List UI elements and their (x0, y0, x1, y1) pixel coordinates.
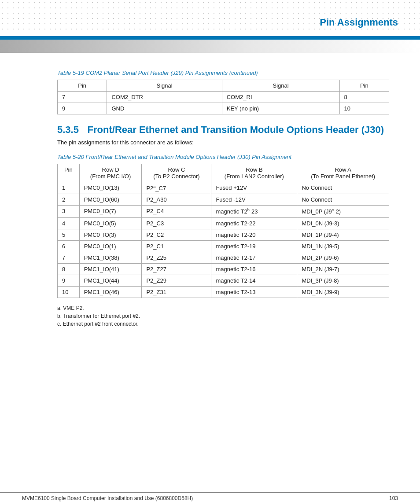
table-row: 1PMC0_IO(13)P2a_C7Fused +12VNo Connect (58, 182, 389, 194)
table-row: 2PMC0_IO(60)P2_A30Fused -12VNo Connect (58, 194, 389, 206)
table20-header-cell: Row A(To Front Panel Ethernet) (297, 164, 389, 182)
table-cell: P2_C2 (142, 229, 211, 240)
table-cell: COM2_RI (222, 92, 339, 103)
table20: PinRow D(From PMC I/O)Row C(To P2 Connec… (57, 164, 389, 298)
page-title: Pin Assignments (320, 17, 398, 28)
table-cell: Fused -12V (211, 194, 297, 206)
table-cell: 5 (58, 229, 80, 240)
page-header: Pin Assignments (0, 0, 420, 40)
table-cell: 7 (58, 252, 80, 263)
section535-body: The pin assignments for this connector a… (57, 139, 389, 146)
table19-caption: Table 5-19 COM2 Planar Serial Port Heade… (57, 70, 389, 76)
table-cell: magnetic T2-19 (211, 240, 297, 252)
table-cell: 3 (58, 206, 80, 217)
table19-header-signal2: Signal (222, 80, 339, 92)
table-cell: MDI_2N (J9-7) (297, 263, 389, 275)
footnote-item: c. Ethernet port #2 front connector. (57, 321, 389, 327)
table-cell: magnetic T2-13 (211, 286, 297, 298)
table-cell: 2 (58, 194, 80, 206)
table-row: 9GNDKEY (no pin)10 (58, 103, 389, 114)
table-row: 3PMC0_IO(7)P2_C4magnetic T2b-23MDI_0P (J… (58, 206, 389, 217)
page-footer: MVME6100 Single Board Computer Installat… (0, 492, 420, 504)
table-cell: PMC1_IO(44) (79, 275, 142, 286)
table-row: 6PMC0_IO(1)P2_C1magnetic T2-19MDI_1N (J9… (58, 240, 389, 252)
table-cell: P2_Z29 (142, 275, 211, 286)
table-cell: MDI_1N (J9-5) (297, 240, 389, 252)
table-cell: PMC1_IO(38) (79, 252, 142, 263)
table-cell: P2_A30 (142, 194, 211, 206)
table-cell: MDI_1P (J9-4) (297, 229, 389, 240)
table-cell: MDI_0N (J9-3) (297, 217, 389, 229)
table-cell: 4 (58, 217, 80, 229)
table-cell: No Connect (297, 194, 389, 206)
table-cell: magnetic T2b-23 (211, 206, 297, 217)
table-cell: No Connect (297, 182, 389, 194)
table-cell: magnetic T2-20 (211, 229, 297, 240)
section535-number: 5.3.5 (57, 124, 79, 135)
table-row: 7COM2_DTRCOM2_RI8 (58, 92, 389, 103)
table-cell: PMC0_IO(7) (79, 206, 142, 217)
table-cell: Fused +12V (211, 182, 297, 194)
table-row: 9PMC1_IO(44)P2_Z29magnetic T2-14MDI_3P (… (58, 275, 389, 286)
table-cell: P2_Z25 (142, 252, 211, 263)
table-cell: 9 (58, 103, 107, 114)
main-content: Table 5-19 COM2 Planar Serial Port Heade… (0, 57, 420, 338)
footnote-item: a. VME P2. (57, 305, 389, 311)
table-cell: P2_C3 (142, 217, 211, 229)
table-cell: PMC0_IO(3) (79, 229, 142, 240)
table-cell: 10 (58, 286, 80, 298)
table-cell: 8 (58, 263, 80, 275)
table-cell: P2_Z31 (142, 286, 211, 298)
table-cell: GND (107, 103, 222, 114)
table-cell: PMC0_IO(5) (79, 217, 142, 229)
table-row: 10PMC1_IO(46)P2_Z31magnetic T2-13MDI_3N … (58, 286, 389, 298)
footer-left: MVME6100 Single Board Computer Installat… (22, 495, 193, 501)
table-cell: MDI_3N (J9-9) (297, 286, 389, 298)
table-cell: 9 (58, 275, 80, 286)
table-row: 5PMC0_IO(3)P2_C2magnetic T2-20MDI_1P (J9… (58, 229, 389, 240)
footnote-item: b. Transformer for Ethernet port #2. (57, 313, 389, 319)
table19: Pin Signal Signal Pin 7COM2_DTRCOM2_RI89… (57, 80, 389, 114)
table-cell: MDI_0P (J9c-2) (297, 206, 389, 217)
table-cell: PMC0_IO(60) (79, 194, 142, 206)
table-cell: P2_Z27 (142, 263, 211, 275)
table-cell: 7 (58, 92, 107, 103)
table-cell: magnetic T2-22 (211, 217, 297, 229)
table-cell: MDI_2P (J9-6) (297, 252, 389, 263)
table-cell: PMC0_IO(1) (79, 240, 142, 252)
table-cell: P2_C1 (142, 240, 211, 252)
table19-header-signal1: Signal (107, 80, 222, 92)
table-cell: P2a_C7 (142, 182, 211, 194)
table-cell: COM2_DTR (107, 92, 222, 103)
table-cell: PMC1_IO(46) (79, 286, 142, 298)
section535-heading: 5.3.5 Front/Rear Ethernet and Transition… (57, 124, 389, 136)
table-cell: 1 (58, 182, 80, 194)
table20-header-cell: Row D(From PMC I/O) (79, 164, 142, 182)
footer-right: 103 (389, 495, 398, 501)
table20-header-cell: Row B(From LAN2 Controller) (211, 164, 297, 182)
table20-header-cell: Row C(To P2 Connector) (142, 164, 211, 182)
table-cell: KEY (no pin) (222, 103, 339, 114)
table-row: 4PMC0_IO(5)P2_C3magnetic T2-22MDI_0N (J9… (58, 217, 389, 229)
table-cell: 8 (339, 92, 389, 103)
table-cell: magnetic T2-14 (211, 275, 297, 286)
table-cell: magnetic T2-17 (211, 252, 297, 263)
footnotes: a. VME P2.b. Transformer for Ethernet po… (57, 305, 389, 327)
table-cell: 10 (339, 103, 389, 114)
table-row: 8PMC1_IO(41)P2_Z27magnetic T2-16MDI_2N (… (58, 263, 389, 275)
table20-header-cell: Pin (58, 164, 80, 182)
section535-title: Front/Rear Ethernet and Transition Modul… (88, 124, 384, 135)
table-row: 7PMC1_IO(38)P2_Z25magnetic T2-17MDI_2P (… (58, 252, 389, 263)
table19-header-pin2: Pin (339, 80, 389, 92)
table-cell: MDI_3P (J9-8) (297, 275, 389, 286)
table-cell: P2_C4 (142, 206, 211, 217)
table-cell: 6 (58, 240, 80, 252)
table-cell: PMC0_IO(13) (79, 182, 142, 194)
table20-caption: Table 5-20 Front/Rear Ethernet and Trans… (57, 154, 389, 160)
table-cell: PMC1_IO(41) (79, 263, 142, 275)
header-blue-bar (0, 36, 420, 40)
table-cell: magnetic T2-16 (211, 263, 297, 275)
table19-header-pin1: Pin (58, 80, 107, 92)
gray-band (0, 40, 420, 53)
